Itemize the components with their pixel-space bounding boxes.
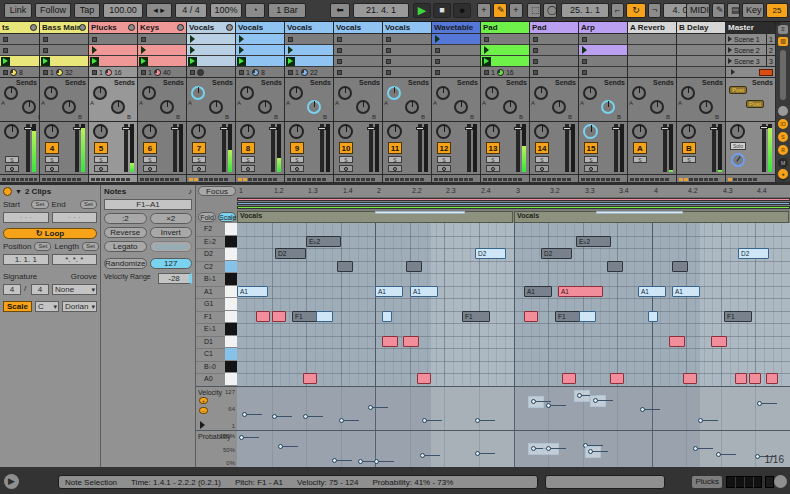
midi-note[interactable] [683, 373, 697, 384]
midi-note[interactable]: E♭2 [576, 236, 611, 247]
probability-marker[interactable] [374, 459, 379, 464]
pan-knob[interactable] [93, 124, 108, 139]
clip-loop-bar-1[interactable] [237, 202, 790, 205]
clip-slot-stop[interactable] [334, 56, 382, 67]
quantization-menu[interactable]: 1 Bar [268, 3, 306, 18]
midi-note[interactable] [669, 336, 685, 347]
velocity-marker[interactable] [422, 418, 427, 423]
clip-slot-stop[interactable] [383, 34, 431, 45]
send-b-knob[interactable] [356, 100, 370, 114]
arm-button[interactable] [45, 165, 59, 172]
focus-button[interactable]: Focus [198, 186, 236, 196]
vertical-scrollbar[interactable] [780, 50, 786, 100]
root-note-chooser[interactable]: C [35, 301, 59, 312]
clip-slot[interactable] [187, 34, 235, 45]
solo-button[interactable]: S [339, 156, 353, 163]
track-header[interactable]: Vocals [285, 22, 333, 34]
track-header[interactable]: Vocals [334, 22, 382, 34]
midi-note[interactable]: D2 [541, 248, 572, 259]
clip-stop-row[interactable] [677, 67, 725, 78]
stop-all-clips-button[interactable] [759, 69, 773, 76]
pan-knob[interactable] [142, 124, 157, 139]
arm-button[interactable] [241, 165, 255, 172]
volume-fader-lane[interactable] [271, 124, 275, 172]
midi-note[interactable]: A1 [410, 286, 438, 297]
midi-note[interactable] [766, 373, 778, 384]
midi-note[interactable]: A1 [375, 286, 403, 297]
arm-button[interactable] [584, 165, 598, 172]
time-signature-field[interactable]: 4 / 4 [175, 3, 207, 18]
clip-slot[interactable] [236, 56, 284, 67]
solo-button[interactable]: S [682, 156, 696, 163]
mixer-section-toggle-1[interactable]: IO [778, 119, 788, 129]
piano-key-white[interactable] [225, 373, 237, 386]
nudge-buttons[interactable]: ◂ ▸ [146, 3, 172, 18]
clip-slot[interactable] [138, 45, 186, 56]
track-header[interactable]: Keys [138, 22, 186, 34]
volume-fader-handle[interactable] [367, 127, 375, 130]
probability-lane[interactable] [237, 430, 790, 467]
arm-button[interactable] [143, 165, 157, 172]
midi-note[interactable]: A1 [672, 286, 700, 297]
probability-marker[interactable] [358, 459, 363, 464]
midi-note[interactable]: D2 [275, 248, 306, 259]
send-a-knob[interactable] [142, 86, 156, 100]
pan-knob[interactable] [387, 124, 402, 139]
mixer-section-toggle-0[interactable] [778, 106, 788, 116]
clip-slot[interactable] [40, 56, 88, 67]
midi-note[interactable] [256, 311, 270, 322]
volume-fader-handle[interactable] [563, 127, 571, 130]
send-a-knob[interactable] [387, 86, 401, 100]
pan-knob[interactable] [44, 124, 59, 139]
pan-knob[interactable] [632, 124, 647, 139]
clip-activator-button[interactable] [3, 187, 12, 196]
volume-fader-handle[interactable] [416, 127, 424, 130]
midi-note[interactable]: F1 [724, 311, 752, 322]
volume-fader-handle[interactable] [122, 127, 130, 130]
send-a-knob[interactable] [583, 86, 597, 100]
signature-denominator[interactable]: 4 [31, 284, 49, 295]
send-b-knob[interactable] [111, 100, 125, 114]
clip-slot[interactable] [481, 45, 529, 56]
solo-button[interactable]: S [94, 156, 108, 163]
volume-fader-lane[interactable] [565, 124, 569, 172]
solo-button[interactable]: S [45, 156, 59, 163]
send-a-knob[interactable] [191, 86, 205, 100]
probability-marker[interactable] [278, 444, 283, 449]
arm-button[interactable] [437, 165, 451, 172]
track-header[interactable]: Vocals [187, 22, 235, 34]
clip-slot[interactable] [285, 45, 333, 56]
midi-keyboard-range-widget[interactable] [726, 476, 762, 488]
piano-key-white[interactable] [225, 336, 237, 349]
clip-slot-stop[interactable] [530, 45, 578, 56]
velocity-marker[interactable] [757, 401, 762, 406]
clip-slot[interactable] [285, 56, 333, 67]
randomize-button[interactable]: Randomize [104, 258, 147, 269]
track-activator-button[interactable]: 11 [388, 142, 402, 154]
volume-fader-lane[interactable] [516, 124, 520, 172]
midi-note[interactable]: A1 [524, 286, 552, 297]
loop-start-field[interactable]: 25. 1. 1 [561, 3, 609, 18]
clip-stop-row[interactable]: 18 [236, 67, 284, 78]
track-header[interactable]: Pad [481, 22, 529, 34]
send-b-knob[interactable] [503, 100, 517, 114]
clip-stop-row[interactable] [187, 67, 235, 78]
probability-marker[interactable] [546, 446, 551, 451]
piano-key-black[interactable] [225, 361, 237, 374]
status-expand-icon[interactable]: ▶ [4, 474, 19, 489]
clip-slot[interactable] [432, 34, 480, 45]
lane-expand-toggle[interactable] [200, 421, 205, 429]
clip-slot-stop[interactable] [138, 34, 186, 45]
record-button[interactable]: ● [453, 3, 471, 18]
clip-stop-row[interactable] [334, 67, 382, 78]
volume-fader-handle[interactable] [220, 127, 228, 130]
velocity-marker[interactable] [640, 407, 645, 412]
send-b-knob[interactable] [160, 100, 174, 114]
piano-key-white[interactable] [225, 248, 237, 261]
send-b-knob[interactable] [552, 100, 566, 114]
send-b-knob[interactable] [454, 100, 468, 114]
track-header[interactable]: Bass Main [40, 22, 88, 34]
length-set-button[interactable]: Set [82, 242, 99, 251]
clip-slot-stop[interactable] [334, 45, 382, 56]
clip-slot-stop[interactable] [383, 56, 431, 67]
